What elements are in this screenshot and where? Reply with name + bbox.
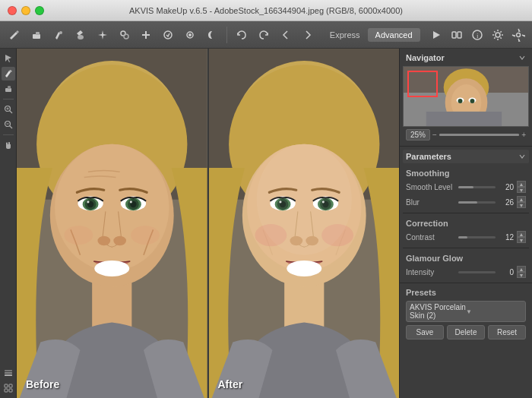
navigator-title: Navigator bbox=[406, 53, 445, 62]
tool-dropper[interactable] bbox=[49, 24, 68, 46]
tool-heal[interactable] bbox=[137, 24, 157, 46]
arrow-left-button[interactable] bbox=[276, 24, 296, 46]
smooth-level-up[interactable]: ▲ bbox=[517, 181, 526, 187]
reset-button[interactable]: Reset bbox=[488, 325, 526, 340]
contrast-stepper[interactable]: ▲ ▼ bbox=[517, 231, 526, 243]
save-button[interactable]: Save bbox=[406, 325, 444, 340]
intensity-slider[interactable] bbox=[458, 271, 496, 273]
tool-brush[interactable] bbox=[5, 24, 24, 46]
smooth-level-down[interactable]: ▼ bbox=[517, 187, 526, 193]
zoom-out-btn[interactable]: − bbox=[432, 131, 437, 139]
left-tool-grid[interactable] bbox=[2, 381, 15, 395]
tool-bucket[interactable] bbox=[71, 24, 90, 46]
tool-clone[interactable] bbox=[115, 24, 135, 46]
presets-buttons: Save Delete Reset bbox=[403, 325, 529, 340]
zoom-slider[interactable] bbox=[439, 134, 519, 136]
redo-button[interactable] bbox=[254, 24, 274, 46]
compare-button[interactable] bbox=[448, 25, 466, 45]
advanced-tab[interactable]: Advanced bbox=[368, 28, 420, 42]
blur-fill bbox=[458, 201, 477, 204]
left-tool-hand[interactable] bbox=[2, 138, 15, 152]
svg-marker-10 bbox=[433, 31, 440, 39]
presets-selected: AKVIS Porcelain Skin (2) bbox=[410, 303, 466, 320]
undo-button[interactable] bbox=[232, 24, 252, 46]
presets-dropdown[interactable]: AKVIS Porcelain Skin (2) ▼ bbox=[406, 301, 526, 322]
tool-lighten[interactable] bbox=[180, 24, 200, 46]
navigator-collapse-icon[interactable] bbox=[518, 54, 526, 62]
intensity-row: Intensity 0 ▲ ▼ bbox=[403, 264, 529, 280]
presets-chevron-icon: ▼ bbox=[466, 308, 522, 315]
gear-icon[interactable] bbox=[509, 25, 527, 45]
left-tool-erase[interactable] bbox=[2, 82, 15, 96]
navigator-section: Navigator bbox=[400, 49, 532, 147]
contrast-fill bbox=[458, 236, 467, 238]
params-collapse-icon bbox=[518, 153, 526, 160]
svg-point-87 bbox=[470, 99, 474, 103]
left-tool-cursor[interactable] bbox=[2, 52, 15, 65]
blur-down[interactable]: ▼ bbox=[517, 202, 526, 208]
svg-line-25 bbox=[9, 126, 12, 129]
presets-section: Presets AKVIS Porcelain Skin (2) ▼ Save … bbox=[400, 283, 532, 343]
navigator-thumbnail bbox=[403, 66, 529, 127]
maximize-button[interactable] bbox=[35, 6, 44, 15]
svg-point-6 bbox=[124, 34, 128, 39]
mode-tabs: Express Advanced bbox=[322, 28, 420, 42]
left-sep-2 bbox=[3, 134, 14, 135]
minimize-button[interactable] bbox=[21, 6, 30, 15]
svg-point-55 bbox=[131, 226, 160, 245]
left-toolbar bbox=[0, 49, 17, 398]
canvas-area[interactable]: Before bbox=[17, 49, 399, 398]
left-tool-zoom-in[interactable] bbox=[2, 103, 15, 116]
intensity-up[interactable]: ▲ bbox=[517, 266, 526, 272]
intensity-stepper[interactable]: ▲ ▼ bbox=[517, 266, 526, 278]
tool-darken[interactable] bbox=[202, 24, 222, 46]
right-panel: Navigator bbox=[399, 49, 532, 398]
toolbar-sep-1 bbox=[226, 27, 227, 43]
svg-point-53 bbox=[94, 261, 129, 276]
before-label: Before bbox=[26, 378, 59, 390]
blur-value: 26 bbox=[499, 198, 514, 207]
play-button[interactable] bbox=[427, 25, 445, 45]
parameters-section: Parameters Smoothing Smooth Level 20 ▲ ▼… bbox=[400, 147, 532, 283]
contrast-slider[interactable] bbox=[458, 236, 496, 238]
blur-label: Blur bbox=[406, 198, 455, 207]
parameters-header[interactable]: Parameters bbox=[403, 150, 529, 163]
smoothing-label: Smoothing bbox=[403, 166, 529, 179]
contrast-down[interactable]: ▼ bbox=[517, 237, 526, 243]
svg-point-9 bbox=[188, 33, 192, 36]
contrast-value: 12 bbox=[499, 233, 514, 242]
toolbar: Express Advanced i bbox=[0, 21, 532, 49]
smooth-level-stepper[interactable]: ▲ ▼ bbox=[517, 181, 526, 193]
svg-rect-32 bbox=[5, 389, 8, 392]
contrast-up[interactable]: ▲ bbox=[517, 231, 526, 237]
svg-rect-11 bbox=[452, 32, 456, 38]
svg-marker-4 bbox=[98, 30, 107, 39]
tool-eraser[interactable] bbox=[27, 24, 46, 46]
left-tool-layers[interactable] bbox=[2, 366, 15, 380]
svg-rect-19 bbox=[8, 86, 11, 89]
zoom-value[interactable]: 25% bbox=[406, 129, 430, 141]
svg-point-15 bbox=[496, 33, 500, 37]
arrow-right-button[interactable] bbox=[298, 24, 318, 46]
close-button[interactable] bbox=[8, 6, 17, 15]
after-image bbox=[209, 49, 400, 398]
left-tool-paint[interactable] bbox=[2, 67, 15, 81]
blur-stepper[interactable]: ▲ ▼ bbox=[517, 196, 526, 208]
info-button[interactable]: i bbox=[468, 25, 486, 45]
intensity-value: 0 bbox=[499, 268, 514, 276]
tool-patch[interactable] bbox=[158, 24, 178, 46]
zoom-in-btn[interactable]: + bbox=[521, 131, 526, 139]
blur-up[interactable]: ▲ bbox=[517, 196, 526, 202]
before-image bbox=[17, 49, 207, 398]
presets-title: Presets bbox=[403, 286, 529, 298]
smooth-level-value: 20 bbox=[499, 183, 514, 191]
tool-magic[interactable] bbox=[93, 24, 112, 46]
delete-button[interactable]: Delete bbox=[447, 325, 485, 340]
express-tab[interactable]: Express bbox=[322, 28, 368, 42]
intensity-down[interactable]: ▼ bbox=[517, 272, 526, 278]
settings-button[interactable] bbox=[489, 25, 507, 45]
blur-row: Blur 26 ▲ ▼ bbox=[403, 194, 529, 210]
smooth-level-slider[interactable] bbox=[458, 186, 496, 188]
left-tool-zoom-out[interactable] bbox=[2, 118, 15, 131]
blur-slider[interactable] bbox=[458, 201, 496, 204]
